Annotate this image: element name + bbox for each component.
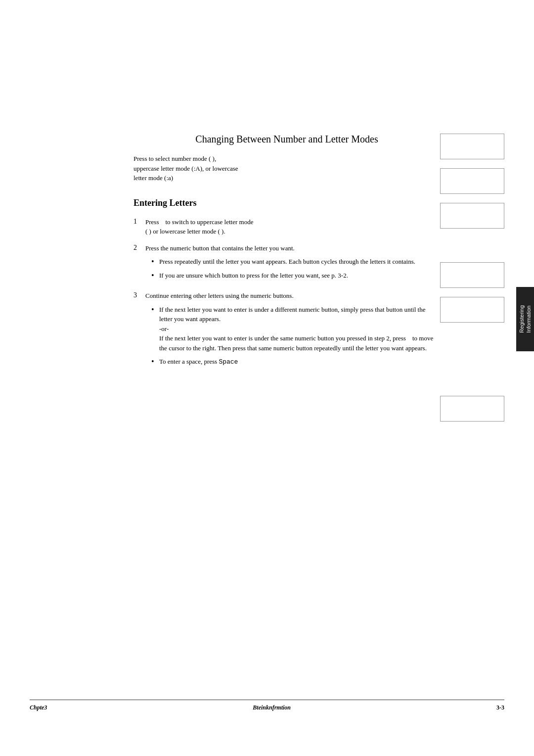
right-tab-text: Registering Information	[518, 305, 533, 333]
bullet-item-2-1: • Press repeatedly until the letter you …	[151, 257, 440, 267]
numbered-item-2: 2 Press the numeric button that contains…	[134, 243, 440, 284]
intro-text: Press to select number mode ( ),	[134, 155, 216, 162]
bullet-text-3-1: If the next letter you want to enter is …	[159, 305, 440, 353]
main-content: Changing Between Number and Letter Modes…	[134, 134, 440, 378]
sidebar-boxes-mid	[440, 262, 504, 323]
or-text: -or-	[159, 325, 169, 332]
item-number-2: 2	[134, 244, 145, 252]
sidebar-box-2	[440, 168, 504, 194]
bullet-item-3-2: • To enter a space, press Space	[151, 357, 440, 367]
section-title: Changing Between Number and Letter Modes	[134, 134, 440, 145]
item-number-3: 3	[134, 291, 145, 299]
item-number-1: 1	[134, 218, 145, 226]
page-container: Changing Between Number and Letter Modes…	[0, 0, 534, 756]
intro-line2: uppercase letter mode (:A), or lowercase	[134, 165, 238, 172]
bullet-text-2-1: Press repeatedly until the letter you wa…	[159, 257, 440, 267]
bullet-list-3: • If the next letter you want to enter i…	[151, 305, 440, 367]
footer-left: Chpte3	[30, 704, 47, 711]
bullet-dot-3: •	[151, 306, 159, 314]
sidebar-box-3	[440, 203, 504, 229]
bullet-dot-4: •	[151, 358, 159, 366]
item-content-3: Continue entering other letters using th…	[145, 291, 440, 371]
bullet-dot: •	[151, 258, 159, 266]
intro-line3: letter mode (:a)	[134, 174, 173, 182]
space-key: Space	[219, 358, 238, 366]
section-intro: Press to select number mode ( ), upperca…	[134, 154, 287, 183]
entering-letters-title: Entering Letters	[134, 198, 440, 208]
bullet-item-3-1: • If the next letter you want to enter i…	[151, 305, 440, 353]
footer-center: Bteinknfrmtion	[253, 704, 291, 711]
sidebar-box-5	[440, 297, 504, 323]
numbered-item-1: 1 Press to switch to uppercase letter mo…	[134, 217, 440, 236]
sidebar-box-4	[440, 262, 504, 288]
bullet-item-2-2: • If you are unsure which button to pres…	[151, 271, 440, 281]
sidebar-boxes-top	[440, 134, 504, 229]
page-footer: Chpte3 Bteinknfrmtion 3-3	[30, 700, 504, 711]
numbered-item-3: 3 Continue entering other letters using …	[134, 291, 440, 371]
item-content-2: Press the numeric button that contains t…	[145, 243, 440, 284]
item-content-1: Press to switch to uppercase letter mode…	[145, 217, 440, 236]
right-tab: Registering Information	[516, 287, 534, 351]
bullet-text-2-2: If you are unsure which button to press …	[159, 271, 440, 281]
bullet-dot-2: •	[151, 272, 159, 280]
sidebar-box-bottom	[440, 396, 504, 422]
sidebar-box-1	[440, 134, 504, 159]
footer-right: 3-3	[496, 704, 504, 711]
bullet-list-2: • Press repeatedly until the letter you …	[151, 257, 440, 280]
bullet-text-3-2: To enter a space, press Space	[159, 357, 440, 367]
